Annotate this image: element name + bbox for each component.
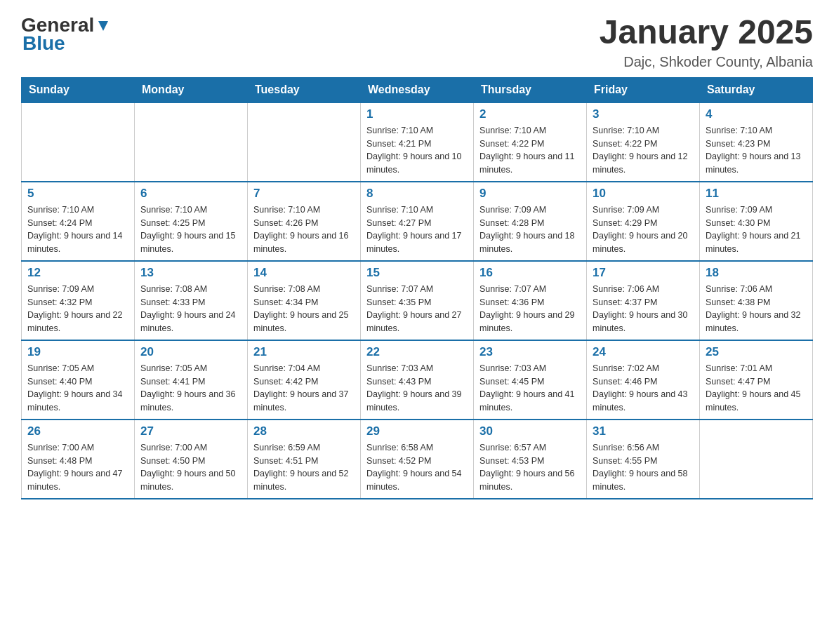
logo-text-blue: Blue xyxy=(22,32,65,55)
calendar-week-row: 19Sunrise: 7:05 AM Sunset: 4:40 PM Dayli… xyxy=(22,340,813,420)
calendar-cell: 22Sunrise: 7:03 AM Sunset: 4:43 PM Dayli… xyxy=(361,340,474,420)
calendar-cell: 6Sunrise: 7:10 AM Sunset: 4:25 PM Daylig… xyxy=(135,182,248,261)
calendar-header-monday: Monday xyxy=(135,77,248,102)
day-detail: Sunrise: 7:06 AM Sunset: 4:37 PM Dayligh… xyxy=(593,283,694,335)
day-number: 22 xyxy=(366,345,468,359)
day-number: 30 xyxy=(479,424,581,438)
day-number: 29 xyxy=(366,424,468,438)
calendar-header-tuesday: Tuesday xyxy=(248,77,361,102)
calendar-table: SundayMondayTuesdayWednesdayThursdayFrid… xyxy=(21,77,813,499)
day-number: 19 xyxy=(27,345,128,359)
day-number: 4 xyxy=(706,107,807,121)
day-number: 9 xyxy=(479,187,581,201)
calendar-header-row: SundayMondayTuesdayWednesdayThursdayFrid… xyxy=(22,77,813,102)
day-detail: Sunrise: 6:58 AM Sunset: 4:52 PM Dayligh… xyxy=(366,441,468,494)
calendar-cell xyxy=(700,420,813,499)
day-number: 10 xyxy=(593,187,694,201)
calendar-cell: 2Sunrise: 7:10 AM Sunset: 4:22 PM Daylig… xyxy=(474,102,587,182)
day-number: 26 xyxy=(27,424,128,438)
calendar-cell: 31Sunrise: 6:56 AM Sunset: 4:55 PM Dayli… xyxy=(587,420,700,499)
day-number: 1 xyxy=(366,107,468,121)
calendar-cell: 30Sunrise: 6:57 AM Sunset: 4:53 PM Dayli… xyxy=(474,420,587,499)
location-subtitle: Dajc, Shkoder County, Albania xyxy=(600,54,813,70)
day-number: 28 xyxy=(253,424,355,438)
day-detail: Sunrise: 7:05 AM Sunset: 4:40 PM Dayligh… xyxy=(27,362,128,415)
day-detail: Sunrise: 7:09 AM Sunset: 4:29 PM Dayligh… xyxy=(593,203,694,256)
day-detail: Sunrise: 7:10 AM Sunset: 4:24 PM Dayligh… xyxy=(27,203,128,256)
calendar-cell: 20Sunrise: 7:05 AM Sunset: 4:41 PM Dayli… xyxy=(135,340,248,420)
calendar-week-row: 1Sunrise: 7:10 AM Sunset: 4:21 PM Daylig… xyxy=(22,102,813,182)
calendar-cell: 16Sunrise: 7:07 AM Sunset: 4:36 PM Dayli… xyxy=(474,261,587,340)
day-number: 18 xyxy=(706,266,807,280)
calendar-cell: 15Sunrise: 7:07 AM Sunset: 4:35 PM Dayli… xyxy=(361,261,474,340)
day-number: 17 xyxy=(593,266,694,280)
day-number: 25 xyxy=(706,345,807,359)
day-detail: Sunrise: 7:03 AM Sunset: 4:43 PM Dayligh… xyxy=(366,362,468,415)
month-title: January 2025 xyxy=(600,14,813,51)
calendar-header-sunday: Sunday xyxy=(22,77,135,102)
calendar-cell: 18Sunrise: 7:06 AM Sunset: 4:38 PM Dayli… xyxy=(700,261,813,340)
day-number: 24 xyxy=(593,345,694,359)
day-detail: Sunrise: 7:10 AM Sunset: 4:25 PM Dayligh… xyxy=(140,203,241,256)
day-number: 15 xyxy=(366,266,468,280)
day-number: 21 xyxy=(253,345,355,359)
calendar-cell: 28Sunrise: 6:59 AM Sunset: 4:51 PM Dayli… xyxy=(248,420,361,499)
day-number: 20 xyxy=(140,345,241,359)
calendar-cell: 10Sunrise: 7:09 AM Sunset: 4:29 PM Dayli… xyxy=(587,182,700,261)
day-detail: Sunrise: 7:01 AM Sunset: 4:47 PM Dayligh… xyxy=(706,362,807,415)
day-number: 6 xyxy=(140,187,241,201)
calendar-cell xyxy=(22,102,135,182)
day-detail: Sunrise: 7:09 AM Sunset: 4:28 PM Dayligh… xyxy=(479,203,581,256)
calendar-cell xyxy=(135,102,248,182)
calendar-cell: 17Sunrise: 7:06 AM Sunset: 4:37 PM Dayli… xyxy=(587,261,700,340)
page-header: General Blue January 2025 Dajc, Shkoder … xyxy=(21,14,813,70)
calendar-week-row: 26Sunrise: 7:00 AM Sunset: 4:48 PM Dayli… xyxy=(22,420,813,499)
day-detail: Sunrise: 7:10 AM Sunset: 4:27 PM Dayligh… xyxy=(366,203,468,256)
day-detail: Sunrise: 7:08 AM Sunset: 4:33 PM Dayligh… xyxy=(140,283,241,335)
day-detail: Sunrise: 7:06 AM Sunset: 4:38 PM Dayligh… xyxy=(706,283,807,335)
calendar-cell: 21Sunrise: 7:04 AM Sunset: 4:42 PM Dayli… xyxy=(248,340,361,420)
title-area: January 2025 Dajc, Shkoder County, Alban… xyxy=(600,14,813,70)
day-detail: Sunrise: 7:10 AM Sunset: 4:23 PM Dayligh… xyxy=(706,124,807,177)
day-number: 11 xyxy=(706,187,807,201)
calendar-header-wednesday: Wednesday xyxy=(361,77,474,102)
day-number: 16 xyxy=(479,266,581,280)
day-detail: Sunrise: 7:00 AM Sunset: 4:48 PM Dayligh… xyxy=(27,441,128,494)
calendar-cell: 13Sunrise: 7:08 AM Sunset: 4:33 PM Dayli… xyxy=(135,261,248,340)
logo-triangle-icon xyxy=(95,18,111,34)
day-number: 7 xyxy=(253,187,355,201)
day-detail: Sunrise: 6:56 AM Sunset: 4:55 PM Dayligh… xyxy=(593,441,694,494)
day-detail: Sunrise: 7:09 AM Sunset: 4:30 PM Dayligh… xyxy=(706,203,807,256)
day-number: 31 xyxy=(593,424,694,438)
calendar-cell: 29Sunrise: 6:58 AM Sunset: 4:52 PM Dayli… xyxy=(361,420,474,499)
calendar-cell: 7Sunrise: 7:10 AM Sunset: 4:26 PM Daylig… xyxy=(248,182,361,261)
calendar-cell: 19Sunrise: 7:05 AM Sunset: 4:40 PM Dayli… xyxy=(22,340,135,420)
day-number: 2 xyxy=(479,107,581,121)
calendar-header-friday: Friday xyxy=(587,77,700,102)
calendar-cell: 8Sunrise: 7:10 AM Sunset: 4:27 PM Daylig… xyxy=(361,182,474,261)
day-detail: Sunrise: 7:10 AM Sunset: 4:26 PM Dayligh… xyxy=(253,203,355,256)
calendar-cell xyxy=(248,102,361,182)
calendar-week-row: 12Sunrise: 7:09 AM Sunset: 4:32 PM Dayli… xyxy=(22,261,813,340)
day-detail: Sunrise: 7:03 AM Sunset: 4:45 PM Dayligh… xyxy=(479,362,581,415)
day-number: 5 xyxy=(27,187,128,201)
calendar-week-row: 5Sunrise: 7:10 AM Sunset: 4:24 PM Daylig… xyxy=(22,182,813,261)
calendar-cell: 4Sunrise: 7:10 AM Sunset: 4:23 PM Daylig… xyxy=(700,102,813,182)
calendar-cell: 3Sunrise: 7:10 AM Sunset: 4:22 PM Daylig… xyxy=(587,102,700,182)
calendar-cell: 23Sunrise: 7:03 AM Sunset: 4:45 PM Dayli… xyxy=(474,340,587,420)
calendar-cell: 1Sunrise: 7:10 AM Sunset: 4:21 PM Daylig… xyxy=(361,102,474,182)
calendar-header-thursday: Thursday xyxy=(474,77,587,102)
calendar-cell: 9Sunrise: 7:09 AM Sunset: 4:28 PM Daylig… xyxy=(474,182,587,261)
calendar-cell: 12Sunrise: 7:09 AM Sunset: 4:32 PM Dayli… xyxy=(22,261,135,340)
calendar-cell: 27Sunrise: 7:00 AM Sunset: 4:50 PM Dayli… xyxy=(135,420,248,499)
svg-marker-0 xyxy=(98,21,108,31)
day-number: 13 xyxy=(140,266,241,280)
day-detail: Sunrise: 7:07 AM Sunset: 4:35 PM Dayligh… xyxy=(366,283,468,335)
day-number: 27 xyxy=(140,424,241,438)
day-detail: Sunrise: 6:59 AM Sunset: 4:51 PM Dayligh… xyxy=(253,441,355,494)
logo: General Blue xyxy=(21,14,111,55)
day-detail: Sunrise: 7:09 AM Sunset: 4:32 PM Dayligh… xyxy=(27,283,128,335)
calendar-cell: 5Sunrise: 7:10 AM Sunset: 4:24 PM Daylig… xyxy=(22,182,135,261)
calendar-header-saturday: Saturday xyxy=(700,77,813,102)
day-number: 3 xyxy=(593,107,694,121)
